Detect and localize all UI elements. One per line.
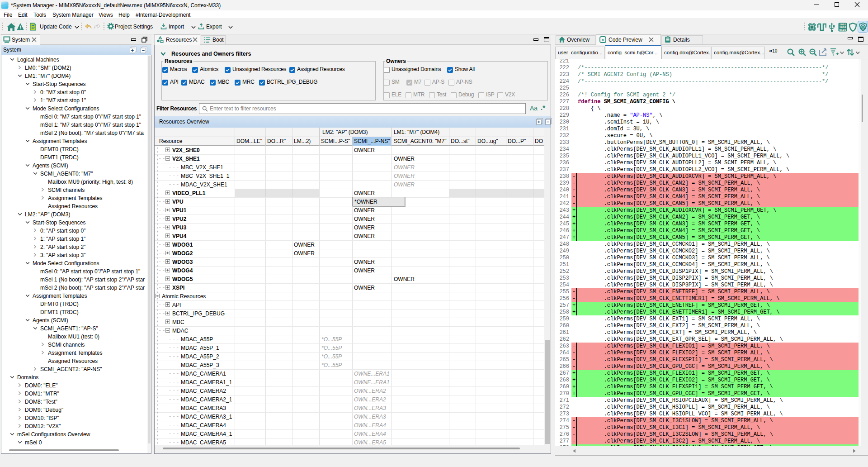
svg-text:0101: 0101 (840, 29, 846, 32)
svg-text:c: c (602, 37, 604, 42)
